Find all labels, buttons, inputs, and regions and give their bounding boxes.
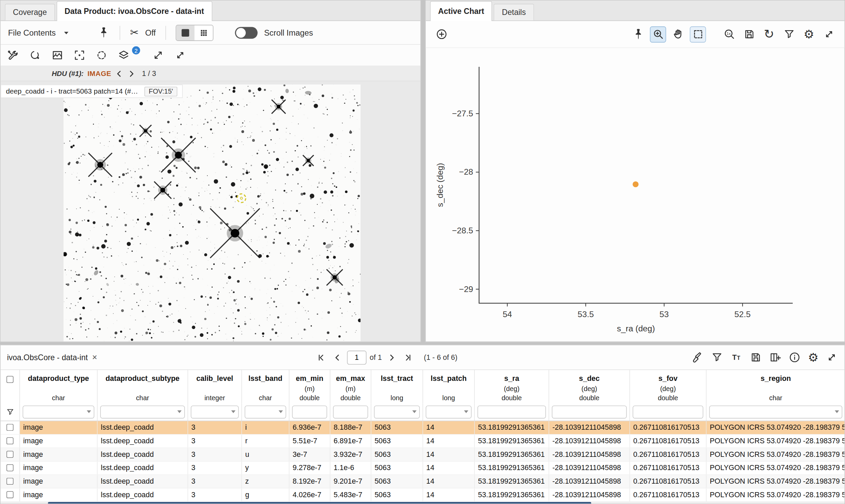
compass-icon[interactable] xyxy=(152,49,164,62)
zoom-original-button[interactable]: 1x xyxy=(721,26,737,42)
tools-icon[interactable] xyxy=(7,49,20,62)
column-header-lsst_band[interactable]: lsst_bandchar xyxy=(242,370,289,403)
filter-chart-button[interactable] xyxy=(781,26,797,42)
column-filter-input-lsst_tract[interactable] xyxy=(374,406,420,418)
select-area-button[interactable] xyxy=(690,26,706,42)
column-header-lsst_patch[interactable]: lsst_patchlong xyxy=(423,370,475,403)
table-body: imagelsst.deep_coadd3i6.936e-78.188e-750… xyxy=(1,421,845,502)
column-filter-input-dataproduct_subtype[interactable] xyxy=(100,406,184,418)
table-row[interactable]: imagelsst.deep_coadd3y9.278e-71.1e-65063… xyxy=(1,462,845,475)
column-filter-input-em_max[interactable] xyxy=(333,406,368,418)
column-header-dataproduct_subtype[interactable]: dataproduct_subtypechar xyxy=(98,370,188,403)
select-all-cell xyxy=(1,370,20,403)
tab-coverage-label: Coverage xyxy=(13,8,47,17)
hdu-prev-icon[interactable] xyxy=(115,69,124,78)
y-axis-label: s_dec (deg) xyxy=(435,163,444,207)
column-filter-input-s_fov[interactable] xyxy=(633,406,703,418)
sky-image[interactable] xyxy=(64,85,360,342)
pin-icon[interactable] xyxy=(98,26,110,39)
column-header-calib_level[interactable]: calib_levelinteger xyxy=(188,370,242,403)
column-header-s_region[interactable]: s_regionchar xyxy=(706,370,845,403)
restore-chart-button[interactable]: ↻ xyxy=(761,26,777,42)
scissors-icon[interactable]: ✂ xyxy=(130,28,139,38)
column-filter-input-lsst_band[interactable] xyxy=(245,406,286,418)
row-checkbox[interactable] xyxy=(6,464,14,471)
chevron-down-icon[interactable] xyxy=(62,28,71,37)
horizontal-scrollbar[interactable] xyxy=(1,502,845,504)
table-row[interactable]: imagelsst.deep_coadd3g4.026e-75.483e-750… xyxy=(1,488,845,502)
expand-icon[interactable] xyxy=(826,351,838,364)
save-icon[interactable] xyxy=(750,351,762,364)
single-view-button[interactable] xyxy=(176,25,194,40)
column-header-dataproduct_type[interactable]: dataproduct_typechar xyxy=(20,370,98,403)
cell-dataproduct_subtype: lsst.deep_coadd xyxy=(98,435,188,448)
expand-chart-button[interactable] xyxy=(821,26,837,42)
chart-settings-button[interactable]: ⚙ xyxy=(801,26,817,42)
save-chart-button[interactable] xyxy=(741,26,757,42)
expand-icon[interactable] xyxy=(174,49,187,62)
select-region-icon[interactable] xyxy=(95,49,108,62)
page-number-input[interactable] xyxy=(347,350,367,364)
row-checkbox[interactable] xyxy=(6,478,14,485)
table-tab[interactable]: ivoa.ObsCore - data-int × xyxy=(7,353,98,362)
scrollbar-thumb[interactable] xyxy=(48,502,591,504)
table-row[interactable]: imagelsst.deep_coadd3i6.936e-78.188e-750… xyxy=(1,421,845,435)
last-page-button[interactable] xyxy=(401,351,414,364)
pan-button[interactable] xyxy=(670,26,686,42)
select-all-checkbox[interactable] xyxy=(6,376,14,383)
layers-icon[interactable] xyxy=(118,49,130,62)
column-filter-input-em_min[interactable] xyxy=(292,406,327,418)
row-checkbox[interactable] xyxy=(6,424,14,431)
text-view-icon[interactable]: TT xyxy=(730,351,743,364)
extract-icon[interactable] xyxy=(692,351,704,364)
table-filter-row xyxy=(1,403,845,421)
image-canvas[interactable]: deep_coadd - i - tract=5063 patch=14 (#…… xyxy=(1,82,421,342)
column-filter-input-lsst_patch[interactable] xyxy=(426,406,472,418)
tab-details[interactable]: Details xyxy=(494,4,534,20)
column-filter-input-s_ra[interactable] xyxy=(477,406,546,418)
table-row[interactable]: imagelsst.deep_coadd3r5.51e-76.891e-7506… xyxy=(1,435,845,448)
scroll-images-toggle[interactable] xyxy=(235,27,258,39)
column-header-s_fov[interactable]: s_fov(deg)double xyxy=(630,370,706,403)
add-column-icon[interactable] xyxy=(769,351,782,364)
column-header-s_dec[interactable]: s_dec(deg)double xyxy=(549,370,630,403)
column-header-em_min[interactable]: em_min(m)double xyxy=(289,370,331,403)
pin-chart-button[interactable] xyxy=(630,26,646,42)
column-filter-input-dataproduct_type[interactable] xyxy=(23,406,94,418)
grid-view-button[interactable] xyxy=(194,25,213,40)
column-filter-input-calib_level[interactable] xyxy=(191,406,239,418)
zoom-in-button[interactable] xyxy=(650,26,666,42)
column-header-lsst_tract[interactable]: lsst_tractlong xyxy=(371,370,423,403)
column-header-s_ra[interactable]: s_ra(deg)double xyxy=(475,370,549,403)
tab-active-chart[interactable]: Active Chart xyxy=(430,1,492,21)
settings-icon[interactable]: ⚙ xyxy=(808,352,818,363)
chart-point[interactable] xyxy=(633,181,638,187)
info-icon[interactable] xyxy=(789,351,801,364)
cell-lsst_tract: 5063 xyxy=(371,475,423,488)
hdu-next-icon[interactable] xyxy=(127,69,136,78)
cell-em_min: 3e-7 xyxy=(289,448,331,461)
table-row[interactable]: imagelsst.deep_coadd3u3e-73.932e-7506314… xyxy=(1,448,845,462)
tab-coverage[interactable]: Coverage xyxy=(5,4,55,20)
table-row[interactable]: imagelsst.deep_coadd3z8.192e-79.201e-750… xyxy=(1,475,845,489)
next-page-button[interactable] xyxy=(385,351,398,364)
recenter-icon[interactable] xyxy=(73,49,86,62)
fits-image-icon[interactable] xyxy=(51,49,64,62)
close-icon[interactable]: × xyxy=(92,353,97,362)
filter-icon[interactable] xyxy=(711,351,723,364)
column-filter-input-s_dec[interactable] xyxy=(552,406,627,418)
filter-funnel-cell xyxy=(1,403,20,420)
color-table-icon[interactable] xyxy=(29,49,42,62)
row-checkbox[interactable] xyxy=(6,491,14,498)
column-header-em_max[interactable]: em_max(m)double xyxy=(330,370,371,403)
add-chart-button[interactable] xyxy=(433,26,450,42)
file-contents-dropdown[interactable]: File Contents xyxy=(8,28,56,37)
tab-data-product[interactable]: Data Product: ivoa.ObsCore - data-int xyxy=(57,1,212,21)
prev-page-button[interactable] xyxy=(331,351,344,364)
column-filter-input-s_region[interactable] xyxy=(709,406,842,418)
row-checkbox[interactable] xyxy=(6,451,14,458)
row-checkbox[interactable] xyxy=(6,437,14,444)
cell-calib_level: 3 xyxy=(188,435,242,448)
scatter-chart[interactable]: 5453.55352.5−27.5−28−28.5−29s_ra (deg)s_… xyxy=(426,48,845,341)
first-page-button[interactable] xyxy=(315,351,328,364)
